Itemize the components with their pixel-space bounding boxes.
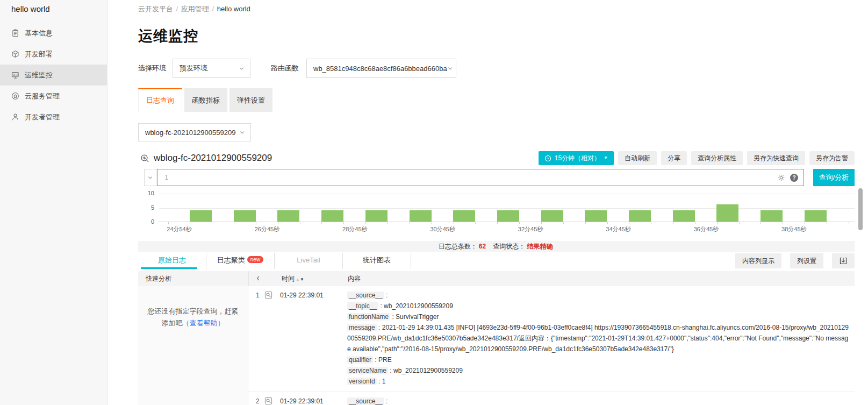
histogram-bar[interactable] xyxy=(497,210,519,222)
view-help-link[interactable]: （查看帮助） xyxy=(183,319,225,327)
x-axis-tick xyxy=(673,222,673,224)
histogram-bar[interactable] xyxy=(585,210,607,222)
histogram-bar[interactable] xyxy=(761,210,783,222)
quick-analysis-header: 快速分析 xyxy=(138,271,248,286)
panel-action-button[interactable]: 自动刷新 xyxy=(618,151,657,165)
main-area: 云开发平台 / 应用管理 / hello world 运维监控 选择环境 预发环… xyxy=(107,0,868,405)
histogram-bar[interactable] xyxy=(805,210,827,222)
sidebar-menu: 基本信息开发部署运维监控云服务管理开发者管理 xyxy=(0,23,107,127)
histogram-bar[interactable] xyxy=(716,204,738,222)
histogram-bar[interactable] xyxy=(321,210,343,222)
panel-action-button[interactable]: 查询分析属性 xyxy=(691,151,743,165)
log-field-key[interactable]: __source__ xyxy=(347,397,384,405)
sidebar-item-cloud-service[interactable]: 云服务管理 xyxy=(0,86,107,106)
download-button[interactable] xyxy=(832,253,855,268)
result-tools: 内容列显示 列设置 xyxy=(735,253,855,268)
help-icon[interactable]: ? xyxy=(790,174,798,182)
log-field-separator: : xyxy=(384,292,388,299)
sidebar-item-dev-deploy[interactable]: 开发部署 xyxy=(0,44,107,65)
route-function-select[interactable]: wb_8581c948c8c68ae8cf86a6bbead660ba xyxy=(306,59,456,78)
panel-actions: 15分钟（相对） ▼ 自动刷新分享查询分析属性另存为快速查询另存为告警 xyxy=(539,151,855,165)
histogram-bar[interactable] xyxy=(190,210,212,222)
log-row: 101-29 22:39:01__source__ : __topic__ : … xyxy=(248,286,855,392)
breadcrumb-item[interactable]: hello world xyxy=(217,5,250,13)
histogram-bar[interactable] xyxy=(673,210,695,222)
log-histogram: 24分54秒26分45秒28分45秒30分45秒32分45秒34分45秒36分4… xyxy=(138,190,855,234)
log-field-value: 2021-01-29 14:39:01.435 [INFO] [4693e23d… xyxy=(347,324,849,353)
new-badge: new xyxy=(247,256,263,263)
zoom-log-icon[interactable] xyxy=(264,397,272,405)
histogram-bar[interactable] xyxy=(365,210,388,222)
breadcrumb-item[interactable]: 应用管理 xyxy=(181,5,209,13)
content-columns-button[interactable]: 内容列显示 xyxy=(735,253,781,268)
log-field-key[interactable]: qualifier xyxy=(347,356,373,364)
query-analyze-button[interactable]: 查询/分析 xyxy=(813,169,855,186)
panel-action-button[interactable]: 另存为快速查询 xyxy=(747,151,805,165)
histogram-bar[interactable] xyxy=(234,210,256,222)
x-axis-tick xyxy=(761,222,761,224)
zoom-log-icon[interactable] xyxy=(264,291,272,299)
histogram-bar[interactable] xyxy=(541,210,563,222)
sidebar-item-basic-info[interactable]: 基本信息 xyxy=(0,23,107,44)
query-status-bar: 日志总条数： 62 查询状态： 结果精确 xyxy=(138,241,855,252)
gear-icon[interactable] xyxy=(777,174,785,182)
x-axis-tick xyxy=(497,222,498,224)
result-tab-label: 统计图表 xyxy=(363,256,391,264)
x-axis-tick xyxy=(168,222,169,224)
log-field-key[interactable]: message xyxy=(347,324,377,331)
chevron-down-icon xyxy=(147,175,153,181)
column-settings-button[interactable]: 列设置 xyxy=(790,253,823,268)
x-axis-tick xyxy=(321,222,322,224)
logstore-select[interactable]: wblog-fc-2021012900559209 xyxy=(138,123,251,141)
histogram-bar[interactable] xyxy=(453,210,475,222)
env-select[interactable]: 预发环境 xyxy=(173,59,250,78)
sort-asc-icon[interactable]: ▲ xyxy=(296,277,300,282)
log-field-key[interactable]: functionName xyxy=(347,313,390,321)
result-tab-统计图表[interactable]: 统计图表 xyxy=(343,253,411,269)
time-range-button[interactable]: 15分钟（相对） ▼ xyxy=(539,151,614,165)
editor-collapse-button[interactable] xyxy=(144,169,156,186)
x-axis-tick xyxy=(805,222,805,224)
histogram-plot: 24分54秒26分45秒28分45秒30分45秒32分45秒34分45秒36分4… xyxy=(159,194,855,222)
query-editor-input[interactable]: 1 ? xyxy=(157,169,804,186)
tab-日志查询[interactable]: 日志查询 xyxy=(138,88,182,112)
time-column-header[interactable]: 时间▲▼ xyxy=(282,271,304,287)
breadcrumb-item[interactable]: 云开发平台 xyxy=(138,5,173,13)
result-tab-原始日志[interactable]: 原始日志 xyxy=(138,253,206,269)
scrollbar-thumb[interactable] xyxy=(858,188,863,230)
histogram-bar[interactable] xyxy=(629,210,651,222)
total-count-label: 日志总条数： xyxy=(439,242,477,251)
x-axis-tick xyxy=(365,222,366,224)
histogram-bar[interactable] xyxy=(410,210,432,222)
user-icon xyxy=(11,113,19,121)
x-axis-tick xyxy=(278,222,278,224)
collapse-quick-analysis-button[interactable] xyxy=(255,275,261,281)
x-axis-tick xyxy=(739,222,740,224)
log-field-key[interactable]: __topic__ xyxy=(347,302,378,310)
sidebar-item-developer-admin[interactable]: 开发者管理 xyxy=(0,106,107,127)
result-tab-日志聚类[interactable]: 日志聚类new xyxy=(206,253,275,269)
log-field-key[interactable]: serviceName xyxy=(347,367,388,374)
sidebar-item-ops-monitoring[interactable]: 运维监控 xyxy=(0,65,107,86)
log-field-key[interactable]: versionId xyxy=(347,378,377,385)
x-axis-tick xyxy=(849,222,849,224)
log-table-main-header: 时间▲▼ 内容 xyxy=(248,271,855,286)
panel-action-button[interactable]: 另存为告警 xyxy=(809,151,855,165)
log-field-value: wb_2021012900559209 xyxy=(393,367,463,374)
log-row-index: 1 xyxy=(256,292,260,299)
result-tabs: 原始日志日志聚类newLiveTail统计图表 xyxy=(138,253,411,269)
log-field-key[interactable]: __source__ xyxy=(347,292,384,299)
tab-函数指标[interactable]: 函数指标 xyxy=(184,88,227,112)
histogram-bar[interactable] xyxy=(277,210,299,222)
panel-action-button[interactable]: 分享 xyxy=(661,151,687,165)
x-axis-tick xyxy=(212,222,212,224)
sidebar: hello world 基本信息开发部署运维监控云服务管理开发者管理 xyxy=(0,0,107,405)
sidebar-item-label: 开发部署 xyxy=(25,49,53,59)
sort-desc-icon[interactable]: ▼ xyxy=(300,277,304,282)
tab-弹性设置[interactable]: 弹性设置 xyxy=(229,88,272,112)
gridline xyxy=(159,208,855,209)
result-tab-LiveTail[interactable]: LiveTail xyxy=(275,253,343,269)
query-state-value: 结果精确 xyxy=(525,242,554,251)
log-query-panel: wblog-fc-2021012900559209 15分钟（相对） ▼ 自动刷… xyxy=(138,148,855,405)
query-state-label: 查询状态： xyxy=(493,242,525,251)
